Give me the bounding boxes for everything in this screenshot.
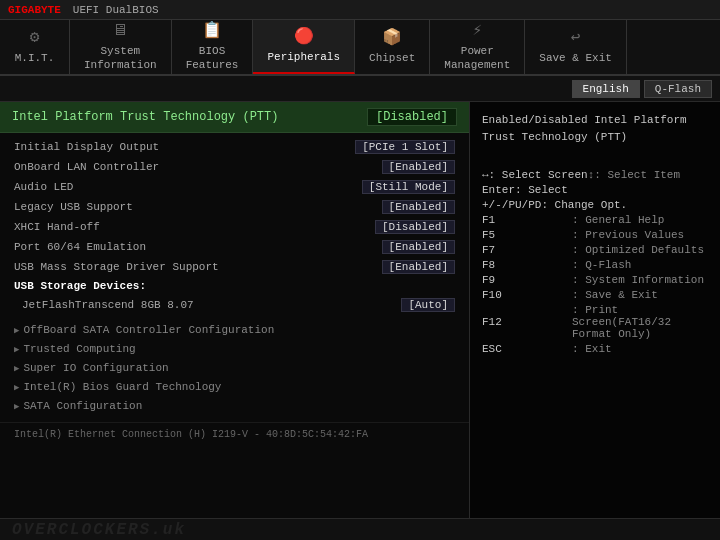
- keybind-key: ↔: Select Screen: [482, 169, 588, 181]
- nav-tab-mit[interactable]: ⚙M.I.T.: [0, 20, 70, 74]
- setting-item[interactable]: Audio LED[Still Mode]: [0, 177, 469, 197]
- keybind-row: F9: System Information: [482, 274, 708, 286]
- nav-tab-chipset[interactable]: 📦Chipset: [355, 20, 430, 74]
- keybind-key: F1: [482, 214, 572, 226]
- keybind-desc: : Q-Flash: [572, 259, 631, 271]
- info-text: Enabled/Disabled Intel Platform Trust Te…: [482, 112, 708, 145]
- keybind-key: +/-/PU/PD: Change Opt.: [482, 199, 627, 211]
- ethernet-info: Intel(R) Ethernet Connection (H) I219-V …: [0, 422, 469, 446]
- bios-tab-label: BIOS Features: [186, 44, 239, 73]
- keybind-key: F9: [482, 274, 572, 286]
- setting-value: [Auto]: [401, 298, 455, 312]
- keybind-key: F5: [482, 229, 572, 241]
- english-button[interactable]: English: [572, 80, 640, 98]
- setting-value: [PCIe 1 Slot]: [355, 140, 455, 154]
- setting-item[interactable]: JetFlashTranscend 8GB 8.07[Auto]: [0, 295, 469, 315]
- keybind-key: F12: [482, 316, 572, 328]
- setting-label: Port 60/64 Emulation: [14, 241, 146, 253]
- keybind-key: F7: [482, 244, 572, 256]
- keybind-row: ESC: Exit: [482, 343, 708, 355]
- keybind-row: F7: Optimized Defaults: [482, 244, 708, 256]
- nav-tab-sysinfo[interactable]: 🖥System Information: [70, 20, 172, 74]
- bios-tab-icon: 📋: [202, 21, 222, 42]
- keybind-desc: : General Help: [572, 214, 664, 226]
- section-header[interactable]: Intel(R) Bios Guard Technology: [0, 376, 469, 395]
- setting-item[interactable]: Initial Display Output[PCIe 1 Slot]: [0, 137, 469, 157]
- keybind-row: F10: Save & Exit: [482, 289, 708, 301]
- setting-item[interactable]: XHCI Hand-off[Disabled]: [0, 217, 469, 237]
- sysinfo-tab-icon: 🖥: [112, 21, 128, 42]
- main-content: Intel Platform Trust Technology (PTT) [D…: [0, 102, 720, 518]
- section-header[interactable]: Trusted Computing: [0, 338, 469, 357]
- keybind-key: ESC: [482, 343, 572, 355]
- setting-usb-storage-devices[interactable]: USB Storage Devices:: [0, 277, 469, 295]
- selected-item-value: [Disabled]: [367, 108, 457, 126]
- chipset-tab-icon: 📦: [382, 28, 402, 49]
- setting-label: XHCI Hand-off: [14, 221, 100, 233]
- keybind-desc: ↕: Select Item: [588, 169, 680, 181]
- setting-label: Initial Display Output: [14, 141, 159, 153]
- brand-logo: GIGABYTE: [8, 4, 61, 16]
- setting-value: [Still Mode]: [362, 180, 455, 194]
- chipset-tab-label: Chipset: [369, 51, 415, 65]
- keybind-key: F8: [482, 259, 572, 271]
- settings-list: Initial Display Output[PCIe 1 Slot]OnBoa…: [0, 133, 469, 319]
- setting-value: [Enabled]: [382, 160, 455, 174]
- section-header[interactable]: SATA Configuration: [0, 395, 469, 414]
- setting-label: Audio LED: [14, 181, 73, 193]
- setting-value: [Disabled]: [375, 220, 455, 234]
- left-panel: Intel Platform Trust Technology (PTT) [D…: [0, 102, 470, 518]
- setting-item[interactable]: USB Mass Storage Driver Support[Enabled]: [0, 257, 469, 277]
- setting-label: JetFlashTranscend 8GB 8.07: [14, 299, 194, 311]
- setting-item[interactable]: Legacy USB Support[Enabled]: [0, 197, 469, 217]
- setting-item[interactable]: OnBoard LAN Controller[Enabled]: [0, 157, 469, 177]
- keybind-desc: : Optimized Defaults: [572, 244, 704, 256]
- power-tab-icon: ⚡: [472, 21, 482, 42]
- selected-item-name: Intel Platform Trust Technology (PTT): [12, 110, 278, 124]
- sections-list: OffBoard SATA Controller ConfigurationTr…: [0, 319, 469, 414]
- peripherals-tab-icon: 🔴: [294, 27, 314, 48]
- nav-tab-peripherals[interactable]: 🔴Peripherals: [253, 20, 355, 74]
- keybind-desc: : Save & Exit: [572, 289, 658, 301]
- peripherals-tab-label: Peripherals: [267, 50, 340, 64]
- bios-title: UEFI DualBIOS: [73, 4, 159, 16]
- bottom-bar: OVERCLOCKERS.uk: [0, 518, 720, 540]
- keybind-desc: : System Information: [572, 274, 704, 286]
- keybind-desc: : Previous Values: [572, 229, 684, 241]
- keybind-key: Enter: Select: [482, 184, 572, 196]
- setting-value: [Enabled]: [382, 240, 455, 254]
- setting-item[interactable]: Port 60/64 Emulation[Enabled]: [0, 237, 469, 257]
- ethernet-label: Intel(R) Ethernet Connection (H) I219-V …: [14, 429, 368, 440]
- setting-label: OnBoard LAN Controller: [14, 161, 159, 173]
- setting-label: Legacy USB Support: [14, 201, 133, 213]
- mit-tab-icon: ⚙: [30, 28, 40, 49]
- sysinfo-tab-label: System Information: [84, 44, 157, 73]
- setting-name: USB Storage Devices:: [14, 280, 146, 292]
- keybind-row: F5: Previous Values: [482, 229, 708, 241]
- keybind-row: ↔: Select Screen↕: Select Item: [482, 169, 708, 181]
- nav-tabs: ⚙M.I.T.🖥System Information📋BIOS Features…: [0, 20, 720, 76]
- keybind-row: Enter: Select: [482, 184, 708, 196]
- keybind-row: +/-/PU/PD: Change Opt.: [482, 199, 708, 211]
- keybind-desc: : Print Screen(FAT16/32 Format Only): [572, 304, 708, 340]
- nav-tab-power[interactable]: ⚡Power Management: [430, 20, 525, 74]
- watermark: OVERCLOCKERS.uk: [12, 521, 186, 539]
- mit-tab-label: M.I.T.: [15, 51, 55, 65]
- setting-value: [Enabled]: [382, 200, 455, 214]
- setting-label: USB Mass Storage Driver Support: [14, 261, 219, 273]
- qflash-button[interactable]: Q-Flash: [644, 80, 712, 98]
- keybind-desc: : Exit: [572, 343, 612, 355]
- nav-tab-save[interactable]: ↩Save & Exit: [525, 20, 627, 74]
- keybind-row: F1: General Help: [482, 214, 708, 226]
- selected-item-header: Intel Platform Trust Technology (PTT) [D…: [0, 102, 469, 133]
- power-tab-label: Power Management: [444, 44, 510, 73]
- save-tab-icon: ↩: [571, 28, 581, 49]
- save-tab-label: Save & Exit: [539, 51, 612, 65]
- keybinds-list: ↔: Select Screen↕: Select ItemEnter: Sel…: [482, 169, 708, 358]
- section-header[interactable]: OffBoard SATA Controller Configuration: [0, 319, 469, 338]
- lang-bar: English Q-Flash: [0, 76, 720, 102]
- nav-tab-bios[interactable]: 📋BIOS Features: [172, 20, 254, 74]
- keybind-row: F12: Print Screen(FAT16/32 Format Only): [482, 304, 708, 340]
- section-header[interactable]: Super IO Configuration: [0, 357, 469, 376]
- top-bar: GIGABYTE UEFI DualBIOS: [0, 0, 720, 20]
